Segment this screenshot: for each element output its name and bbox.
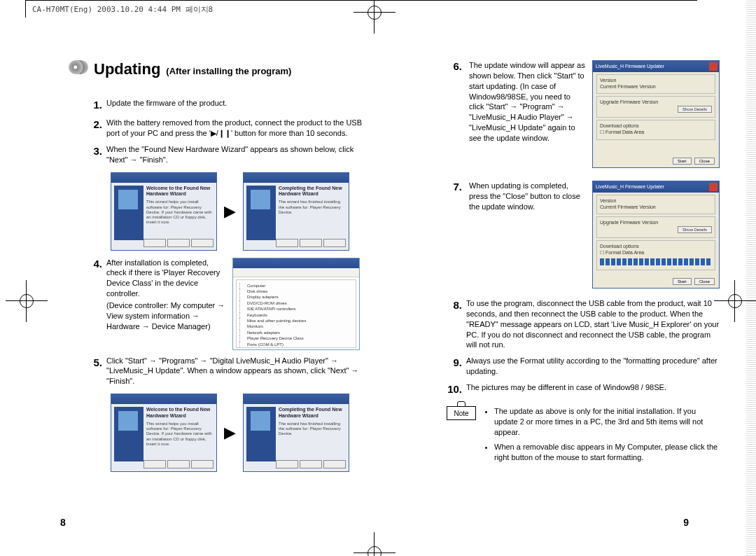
wizard-welcome: Welcome to the Found New Hardware Wizard… bbox=[111, 172, 217, 251]
step-text: The pictures may be different in case of… bbox=[466, 382, 720, 393]
step-text: Update the firmware of the product. bbox=[106, 98, 370, 109]
step-number: 7. bbox=[447, 181, 462, 289]
step-text: When the "Found New Hardware Wizard" app… bbox=[106, 144, 370, 165]
step-6: 6. The update window will appear as show… bbox=[447, 60, 720, 168]
note-block: Note The update as above is only for the… bbox=[447, 406, 720, 466]
step-text: With the battery removed from the produc… bbox=[106, 118, 370, 139]
step-text: To use the program, disconnect the USB c… bbox=[466, 298, 720, 350]
step-number: 10. bbox=[447, 382, 462, 396]
step-text: When updating is completed, press the "C… bbox=[469, 181, 585, 289]
note-item: When a removable disc appears in My Comp… bbox=[494, 442, 720, 463]
firmware-updater-window: LiveMusic_H Firmware Updater VersionCurr… bbox=[592, 60, 720, 168]
step-number: 5. bbox=[87, 356, 102, 370]
step-text: Click "Start" → "Programs" → "Digital Li… bbox=[106, 356, 370, 387]
cd-icon bbox=[69, 60, 88, 74]
firmware-updater-done: LiveMusic_H Firmware Updater VersionCurr… bbox=[592, 181, 720, 289]
page-spread: Updating (After installing the program) … bbox=[27, 18, 722, 536]
step-number: 2. bbox=[87, 118, 102, 132]
crop-mark bbox=[165, 0, 697, 18]
wizard-welcome: Welcome to the Found New Hardware Wizard… bbox=[111, 394, 217, 472]
wizard-complete: Completing the Found New Hardware Wizard… bbox=[243, 172, 349, 251]
right-page: 6. The update window will appear as show… bbox=[447, 60, 720, 466]
print-header: CA-H70MT(Eng) 2003.10.20 4:44 PM 페이지8 bbox=[32, 4, 213, 15]
step-number: 1. bbox=[87, 98, 102, 112]
title-main: Updating bbox=[94, 60, 160, 78]
step-4: 4. After installation is completed, chec… bbox=[87, 258, 370, 350]
registration-mark bbox=[714, 280, 756, 322]
registration-mark bbox=[6, 280, 48, 322]
arrow-icon: ▶ bbox=[224, 202, 236, 221]
note-icon: Note bbox=[447, 406, 476, 420]
step-text: The update window will appear as shown b… bbox=[469, 60, 585, 168]
side-hatching bbox=[746, 0, 756, 556]
step-text: Always use the Format utility according … bbox=[466, 356, 720, 377]
device-manager-window: Computer Disk drives Display adapters DV… bbox=[232, 258, 360, 350]
step-number: 3. bbox=[87, 144, 102, 158]
step-number: 8. bbox=[447, 298, 462, 312]
step-3: 3. When the "Found New Hardware Wizard" … bbox=[87, 144, 370, 165]
arrow-icon: ▶ bbox=[224, 424, 236, 442]
step-9: 9. Always use the Format utility accordi… bbox=[447, 356, 720, 377]
wizard-complete: Completing the Found New Hardware Wizard… bbox=[243, 394, 349, 472]
page-number-left: 8 bbox=[60, 517, 66, 528]
step-text: After installation is completed, check i… bbox=[106, 258, 225, 299]
wizard-row: Welcome to the Found New Hardware Wizard… bbox=[111, 172, 370, 251]
wizard-row-2: Welcome to the Found New Hardware Wizard… bbox=[111, 394, 370, 472]
step-number: 9. bbox=[447, 356, 462, 370]
page-title: Updating (After installing the program) bbox=[69, 60, 370, 78]
step-7: 7. When updating is completed, press the… bbox=[447, 181, 720, 289]
step-2: 2. With the battery removed from the pro… bbox=[87, 118, 370, 139]
step-8: 8. To use the program, disconnect the US… bbox=[447, 298, 720, 350]
step-number: 6. bbox=[447, 60, 462, 168]
step-10: 10. The pictures may be different in cas… bbox=[447, 382, 720, 396]
page-number-right: 9 bbox=[683, 517, 689, 528]
title-sub: (After installing the program) bbox=[166, 66, 291, 76]
step-number: 4. bbox=[87, 258, 102, 350]
note-item: The update as above is only for the init… bbox=[494, 406, 720, 438]
step-text: (Device controller: My computer → View s… bbox=[106, 300, 225, 332]
step-1: 1. Update the firmware of the product. bbox=[87, 98, 370, 112]
step-5: 5. Click "Start" → "Programs" → "Digital… bbox=[87, 356, 370, 387]
left-page: Updating (After installing the program) … bbox=[69, 60, 370, 478]
